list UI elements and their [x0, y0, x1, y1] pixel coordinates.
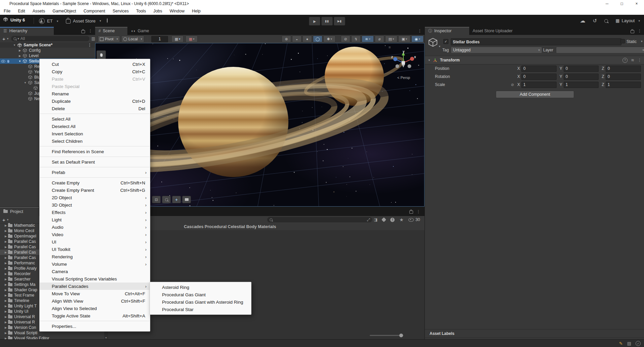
favorites-star-icon[interactable]: ★: [399, 217, 404, 222]
position-x-field[interactable]: 0: [521, 66, 557, 72]
context-menu-item-audio[interactable]: Audio›: [40, 223, 150, 231]
context-menu-item-copy[interactable]: CopyCtrl+C: [40, 68, 150, 75]
bake-status-icon[interactable]: ✎: [619, 341, 623, 346]
lock-icon[interactable]: [409, 211, 413, 214]
context-menu-item-3d-object[interactable]: 3D Object›: [40, 201, 150, 209]
kebab-icon[interactable]: ⋮: [416, 209, 420, 214]
menu-gameobject[interactable]: GameObject: [49, 7, 80, 15]
scene-camera-icon[interactable]: ▣▾: [398, 36, 410, 42]
context-menu-item-create-empty[interactable]: Create EmptyCtrl+Shift+N: [40, 179, 150, 186]
menu-tools[interactable]: Tools: [132, 7, 150, 15]
context-menu-item-find-references-in-scene[interactable]: Find References in Scene: [40, 148, 150, 155]
local-dropdown[interactable]: Local▾: [121, 36, 144, 42]
filter-type-icon[interactable]: ◨: [374, 217, 377, 222]
context-menu-item-volume[interactable]: Volume›: [40, 260, 150, 268]
transform-header[interactable]: ▼ Transform ? ≋ ⋮: [425, 56, 644, 64]
overlay-handle-icon[interactable]: =: [389, 45, 391, 49]
move-tool-button[interactable]: +: [172, 196, 181, 203]
pivot-dropdown[interactable]: Pivot▾: [98, 36, 120, 42]
context-menu-item-ui-toolkit[interactable]: UI Toolkit›: [40, 246, 150, 253]
menu-jobs[interactable]: Jobs: [150, 7, 166, 15]
rotation-y-field[interactable]: 0: [564, 74, 599, 80]
asset-store-dropdown[interactable]: Asset Store ▾: [66, 18, 101, 24]
position-z-field[interactable]: 0: [606, 66, 641, 72]
pause-button[interactable]: ▮▮: [321, 17, 333, 26]
scale-x-field[interactable]: 1: [521, 82, 557, 88]
layout-dropdown[interactable]: ▦ Layout ▾: [615, 18, 640, 23]
scene-lighting-icon[interactable]: ⊕: [282, 36, 291, 42]
history-icon[interactable]: ↺: [593, 18, 597, 24]
tab-hierarchy[interactable]: ☰ Hierarchy: [0, 27, 54, 35]
context-menu-item-light[interactable]: Light›: [40, 216, 150, 223]
tab-scene[interactable]: # Scene: [95, 27, 127, 35]
context-menu-item-visual-scripting-scene-variables[interactable]: Visual Scripting Scene Variables: [40, 275, 150, 283]
context-menu-item-invert-selection[interactable]: Invert Selection: [40, 130, 150, 137]
context-menu-item-toggle-active-state[interactable]: Toggle Active StateAlt+Shift+A: [40, 312, 150, 319]
close-button[interactable]: ×: [629, 0, 644, 7]
add-object-button[interactable]: +: [2, 36, 5, 42]
context-menu-item-select-children[interactable]: Select Children: [40, 137, 150, 145]
kebab-icon[interactable]: ⋮: [638, 58, 642, 62]
context-menu-item-ui[interactable]: UI›: [40, 238, 150, 246]
hierarchy-columns-icon[interactable]: ▥: [91, 36, 95, 41]
frame-tool-button[interactable]: ⊡: [152, 196, 161, 203]
perspective-label[interactable]: < Persp: [397, 76, 410, 80]
object-name-field[interactable]: Stellar Bodies: [451, 38, 621, 45]
thumbnail-zoom-slider[interactable]: [370, 335, 403, 336]
menu-file[interactable]: File: [0, 7, 14, 15]
expand-search-icon[interactable]: ⤢: [367, 217, 370, 222]
context-menu-item-effects[interactable]: Effects›: [40, 209, 150, 216]
context-menu-item-2d-object[interactable]: 2D Object›: [40, 194, 150, 201]
scale-z-field[interactable]: 1: [606, 82, 641, 88]
maximize-button[interactable]: □: [614, 0, 629, 7]
static-checkbox[interactable]: [620, 39, 625, 43]
presets-icon[interactable]: ≋: [631, 58, 634, 62]
kebab-icon[interactable]: ⋮: [638, 29, 642, 33]
zoom-tool-button[interactable]: [162, 196, 171, 203]
context-menu-item-prefab[interactable]: Prefab›: [40, 169, 150, 176]
scene-lighting-off-icon[interactable]: ↯: [351, 36, 361, 42]
add-component-button[interactable]: Add Component: [496, 91, 574, 98]
context-menu-item-cut[interactable]: CutCtrl+X: [40, 60, 150, 68]
context-menu-item-rendering[interactable]: Rendering›: [40, 253, 150, 260]
label-tag-icon[interactable]: [381, 217, 386, 222]
scale-link-icon[interactable]: ⊘: [511, 83, 514, 87]
context-menu-item-paste-special[interactable]: Paste Special: [40, 83, 150, 90]
scene-effects-icon[interactable]: ◯: [313, 36, 322, 42]
tab-project[interactable]: Project: [0, 207, 39, 216]
ok-status-icon[interactable]: ✓: [636, 341, 641, 346]
search-icon[interactable]: [604, 19, 608, 23]
scene-audio-icon[interactable]: ●: [303, 36, 312, 42]
hand-tool-button[interactable]: [96, 50, 106, 59]
breadcrumb[interactable]: Cascades Procedural Celestial Body Mater…: [184, 224, 276, 229]
context-menu-item-delete[interactable]: DeleteDel: [40, 105, 150, 112]
camera-tool-button[interactable]: [182, 196, 191, 203]
context-menu-item-video[interactable]: Video›: [40, 231, 150, 238]
scene-gizmos-icon[interactable]: ◉▾: [411, 36, 424, 42]
tab-game[interactable]: ◖◗ Game: [127, 27, 160, 35]
scale-y-field[interactable]: 1: [564, 82, 599, 88]
submenu-item-procedural-star[interactable]: Procedural Star: [150, 306, 251, 313]
scene-mute-audio-icon[interactable]: ⊘: [341, 36, 350, 42]
context-menu-item-align-with-view[interactable]: Align With ViewCtrl+Shift+F: [40, 297, 150, 305]
scene-layers-icon[interactable]: ▤▾: [385, 36, 397, 42]
context-menu-item-set-as-default-parent[interactable]: Set as Default Parent: [40, 158, 150, 166]
hierarchy-item-level[interactable]: ▶Level: [0, 53, 95, 58]
context-menu-item-deselect-all[interactable]: Deselect All: [40, 123, 150, 130]
scene-particles-icon[interactable]: ✱▾: [323, 36, 335, 42]
scene-camera-lighting-icon[interactable]: ◒: [292, 36, 301, 42]
kebab-icon[interactable]: ⋮: [418, 29, 425, 33]
asset-labels-header[interactable]: Asset Labels: [425, 329, 644, 338]
tag-dropdown[interactable]: Untagged▾: [451, 47, 542, 53]
context-menu-item-select-all[interactable]: Select All: [40, 115, 150, 123]
menu-component[interactable]: Component: [80, 7, 109, 15]
kebab-icon[interactable]: ⋮: [88, 29, 92, 33]
menu-help[interactable]: Help: [188, 7, 204, 15]
menu-services[interactable]: Services: [109, 7, 132, 15]
tab-inspector[interactable]: ⓘ Inspector: [425, 27, 469, 35]
menu-assets[interactable]: Assets: [29, 7, 49, 15]
unity-version-button[interactable]: Unity 6: [3, 17, 25, 23]
context-menu-item-align-view-to-selected[interactable]: Align View to Selected: [40, 305, 150, 312]
help-icon[interactable]: ?: [622, 58, 628, 63]
package-status-icon[interactable]: ▤: [627, 341, 631, 346]
